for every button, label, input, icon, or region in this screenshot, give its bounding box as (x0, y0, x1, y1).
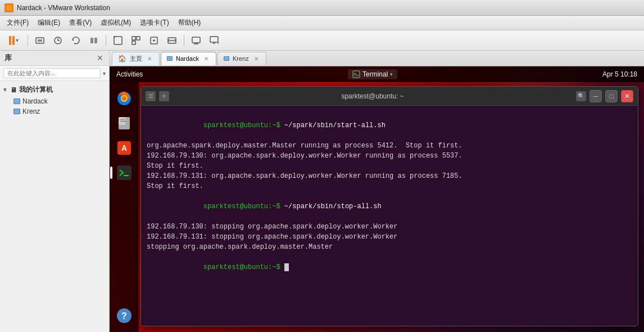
tab-home-label: 主页 (130, 55, 142, 63)
firefox-icon (116, 90, 133, 107)
console-view-button[interactable] (188, 33, 204, 48)
svg-marker-3 (72, 39, 74, 41)
app-icon (4, 3, 13, 12)
terminal-line-7: 192.168.79.130: stopping org.apache.spar… (147, 222, 632, 232)
terminal-cmd-0: ~/spark/sbin/start-all.sh (284, 122, 386, 129)
terminal-line-4: 192.168.79.131: org.apache.spark.deploy.… (147, 171, 632, 181)
tab-nardack-icon (167, 56, 173, 61)
sidebar-item-nardack[interactable]: Nardack (0, 96, 109, 106)
tab-krenz-icon (224, 56, 229, 61)
full-screen-button[interactable] (110, 33, 126, 48)
tree-root[interactable]: ▼ 🖥 我的计算机 (0, 83, 109, 96)
revert-button[interactable] (68, 33, 84, 48)
menu-vm[interactable]: 虚拟机(M) (96, 17, 135, 29)
svg-rect-7 (132, 37, 135, 40)
tab-bar: 🏠 主页 ✕ Nardack ✕ Krenz ✕ (110, 51, 644, 66)
svg-rect-6 (114, 37, 122, 44)
terminal-dock-icon (116, 164, 133, 181)
svg-rect-12 (192, 37, 200, 43)
window-title: Nardack - VMware Workstation (17, 4, 110, 12)
stretch-button[interactable] (164, 33, 180, 48)
terminal-prompt-end: sparktest@ubuntu:~$ (203, 263, 284, 271)
menu-help[interactable]: 帮助(H) (174, 17, 206, 29)
terminal-line-9: stopping org.apache.spark.deploy.master.… (147, 242, 632, 252)
terminal-line-2: 192.168.79.130: org.apache.spark.deploy.… (147, 151, 632, 161)
sidebar-search-input[interactable] (3, 68, 101, 78)
sidebar-item-krenz[interactable]: Krenz (0, 106, 109, 116)
terminal-cursor (284, 263, 289, 271)
terminal-minimize-button[interactable]: ─ (589, 90, 602, 102)
dock-item-help[interactable]: ? (114, 305, 135, 326)
terminal-maximize-button[interactable]: □ (605, 90, 618, 102)
ubuntu-topbar: Activities Terminal ▾ Apr 5 10:18 (110, 66, 644, 82)
terminal-left-buttons: ☰ + (146, 91, 169, 101)
send-ctrl-alt-del-button[interactable] (32, 33, 48, 48)
svg-rect-13 (210, 37, 218, 42)
tab-nardack[interactable]: Nardack ✕ (161, 52, 216, 65)
snapshot-button[interactable] (50, 33, 66, 48)
terminal-close-button[interactable]: ✕ (621, 90, 633, 102)
sidebar-item-nardack-label: Nardack (22, 97, 48, 105)
menu-file[interactable]: 文件(F) (2, 17, 33, 29)
menu-bar: 文件(F) 编辑(E) 查看(V) 虚拟机(M) 选项卡(T) 帮助(H) (0, 16, 644, 30)
svg-marker-14 (217, 42, 219, 44)
sidebar-close-button[interactable]: ✕ (96, 53, 105, 62)
fit-guest-button[interactable] (146, 33, 162, 48)
svg-point-18 (122, 96, 126, 101)
svg-text:A: A (121, 143, 127, 152)
tab-krenz-label: Krenz (233, 55, 249, 62)
svg-rect-25 (117, 165, 131, 180)
unity-button[interactable] (128, 33, 144, 48)
terminal-prompt-0: sparktest@ubuntu:~$ (203, 122, 284, 129)
terminal-line-10: sparktest@ubuntu:~$ (147, 252, 632, 282)
sidebar-search-area: ▾ (0, 66, 109, 81)
vm-display[interactable]: Activities Terminal ▾ Apr 5 10:18 (110, 66, 644, 332)
svg-rect-8 (137, 37, 140, 40)
tab-home-close[interactable]: ✕ (146, 55, 153, 62)
sidebar-item-krenz-label: Krenz (22, 107, 40, 115)
ubuntu-terminal-label: Terminal (362, 70, 388, 78)
dock-item-appstore[interactable]: A (114, 137, 135, 159)
svg-text:?: ? (121, 311, 127, 321)
terminal-new-tab-button[interactable]: + (159, 91, 169, 101)
suspend-button[interactable] (86, 33, 102, 48)
menu-view[interactable]: 查看(V) (65, 17, 96, 29)
svg-rect-5 (94, 38, 97, 43)
tab-krenz-close[interactable]: ✕ (252, 55, 260, 62)
tab-nardack-close[interactable]: ✕ (202, 55, 210, 62)
home-icon: 🏠 (118, 55, 126, 62)
ubuntu-terminal-button[interactable]: Terminal ▾ (348, 69, 397, 79)
more-button[interactable] (206, 33, 222, 48)
terminal-titlebar: ☰ + sparktest@ubuntu: ~ 🔍 ─ □ ✕ (141, 87, 638, 106)
dock-item-files[interactable] (114, 113, 135, 134)
menu-edit[interactable]: 编辑(E) (33, 17, 65, 29)
terminal-prompt-6: sparktest@ubuntu:~$ (203, 203, 284, 210)
svg-rect-4 (90, 38, 93, 43)
tab-home[interactable]: 🏠 主页 ✕ (112, 52, 160, 65)
terminal-icon (352, 70, 360, 78)
svg-rect-9 (132, 41, 135, 44)
svg-rect-21 (120, 119, 125, 120)
ubuntu-terminal-dropdown[interactable]: ▾ (390, 71, 393, 77)
dock-item-terminal[interactable] (114, 162, 135, 183)
ubuntu-dock: A ? (110, 82, 139, 332)
help-icon: ? (116, 307, 133, 324)
terminal-search-button[interactable]: 🔍 (576, 91, 586, 101)
toolbar: ▾ (0, 30, 644, 51)
terminal-cmd-6: ~/spark/sbin/stop-all.sh (284, 203, 382, 210)
sidebar-search-dropdown[interactable]: ▾ (103, 70, 106, 77)
title-bar: Nardack - VMware Workstation (0, 0, 644, 16)
content-area: 🏠 主页 ✕ Nardack ✕ Krenz ✕ (110, 51, 644, 332)
dock-item-firefox[interactable] (114, 88, 135, 109)
separator-3 (184, 35, 184, 46)
menu-tabs[interactable]: 选项卡(T) (135, 17, 173, 29)
vm-icon-krenz (13, 109, 20, 114)
ubuntu-activities-button[interactable]: Activities (116, 70, 143, 78)
terminal-menu-button[interactable]: ☰ (146, 91, 156, 101)
terminal-content[interactable]: sparktest@ubuntu:~$ ~/spark/sbin/start-a… (141, 106, 638, 326)
ubuntu-topbar-center: Terminal ▾ (348, 69, 397, 79)
files-icon (116, 115, 133, 132)
appstore-icon: A (116, 140, 133, 156)
tab-krenz[interactable]: Krenz ✕ (217, 52, 266, 65)
pause-button[interactable]: ▾ (3, 33, 24, 48)
